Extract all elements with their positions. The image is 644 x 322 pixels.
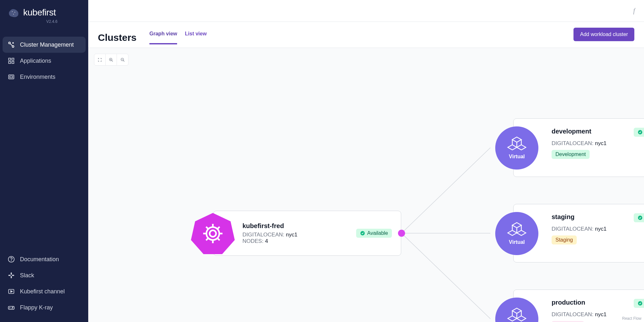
svg-point-0 <box>12 11 13 12</box>
zoom-out-icon <box>120 58 125 62</box>
svg-line-27 <box>112 60 113 61</box>
management-cluster-node[interactable]: kubefirst-fred DIGITALOCEAN: nyc1 NODES:… <box>213 211 401 256</box>
svg-point-5 <box>13 42 14 43</box>
cubes-icon <box>507 136 526 152</box>
sidebar-item-applications[interactable]: Applications <box>3 53 86 69</box>
zoom-in-button[interactable] <box>106 54 117 65</box>
svg-line-31 <box>123 60 124 61</box>
cluster-name: kubefirst-fred <box>242 222 356 230</box>
environment-tag: Staging <box>552 235 577 244</box>
zoom-in-icon <box>109 58 113 62</box>
sidebar: kubefirst V2.4.6 Cluster Management Appl… <box>0 0 88 322</box>
svg-point-1 <box>14 12 15 13</box>
cluster-nodes: NODES: 4 <box>242 238 356 244</box>
sidebar-item-documentation[interactable]: Documentation <box>3 251 86 267</box>
sidebar-item-label: Slack <box>20 272 34 279</box>
check-circle-icon <box>638 130 643 135</box>
cubes-icon <box>507 308 526 322</box>
status-badge: Available <box>634 213 644 222</box>
fit-view-button[interactable] <box>94 54 106 65</box>
svg-rect-8 <box>12 58 14 60</box>
cluster-icon <box>8 41 15 48</box>
sidebar-item-label: Applications <box>20 58 51 64</box>
main: f Clusters Graph view List view Add work… <box>88 0 644 322</box>
logo-text: kubefirst <box>23 7 56 18</box>
svg-rect-7 <box>9 58 11 60</box>
connection-handle[interactable] <box>398 230 405 237</box>
svg-point-4 <box>12 46 14 48</box>
nav-bottom: Documentation Slack Kubefirst channel Fl… <box>3 251 86 316</box>
cluster-provider: DIGITALOCEAN: nyc1 <box>552 140 644 147</box>
svg-line-35 <box>402 233 490 319</box>
nav: Cluster Management Applications Environm… <box>3 37 86 316</box>
check-circle-icon <box>638 215 643 220</box>
svg-rect-11 <box>9 75 14 79</box>
applications-icon <box>8 57 15 64</box>
cluster-provider: DIGITALOCEAN: nyc1 <box>242 232 356 238</box>
sidebar-item-slack[interactable]: Slack <box>3 267 86 283</box>
kubefirst-logo-icon <box>6 6 21 19</box>
check-circle-icon <box>360 231 365 236</box>
svg-rect-18 <box>12 275 14 276</box>
svg-rect-9 <box>9 61 11 63</box>
tab-list-view[interactable]: List view <box>185 31 207 44</box>
svg-marker-36 <box>191 213 235 254</box>
svg-rect-10 <box>12 61 14 63</box>
badge-label: Virtual <box>509 239 525 245</box>
status-badge: Available <box>634 128 644 137</box>
sidebar-item-label: Documentation <box>20 256 59 263</box>
management-badge <box>190 211 235 256</box>
sidebar-item-flappy-kray[interactable]: Flappy K-ray <box>3 299 86 316</box>
svg-point-2 <box>13 14 14 14</box>
cluster-name: staging <box>552 213 574 221</box>
svg-point-14 <box>11 261 12 261</box>
svg-point-24 <box>13 307 13 308</box>
video-icon <box>8 288 15 295</box>
add-workload-cluster-button[interactable]: Add workload cluster <box>573 28 634 41</box>
environments-icon <box>8 73 15 80</box>
version-label: V2.4.6 <box>22 19 82 24</box>
svg-rect-12 <box>10 76 13 78</box>
logo[interactable]: kubefirst <box>6 6 82 19</box>
svg-marker-20 <box>11 290 13 292</box>
cubes-icon <box>507 222 526 238</box>
status-badge: Available <box>356 229 392 238</box>
status-badge: Available <box>634 299 644 308</box>
cluster-provider: DIGITALOCEAN: nyc1 <box>552 226 644 232</box>
workload-cluster-node-development[interactable]: Virtual development Available DIGITALOCE… <box>513 118 644 177</box>
badge-label: Virtual <box>509 154 525 160</box>
react-flow-attribution[interactable]: React Flow <box>622 316 641 321</box>
page-title: Clusters <box>98 32 137 43</box>
topbar: f <box>88 0 644 22</box>
sidebar-item-cluster-management[interactable]: Cluster Management <box>3 37 86 53</box>
check-circle-icon <box>638 301 643 306</box>
svg-rect-16 <box>11 276 12 278</box>
info-icon[interactable]: f <box>633 7 635 14</box>
workload-info: development Available DIGITALOCEAN: nyc1… <box>552 128 644 168</box>
svg-rect-15 <box>11 272 12 275</box>
virtual-badge: Virtual <box>495 126 538 170</box>
sidebar-item-label: Kubefirst channel <box>20 288 65 295</box>
svg-line-6 <box>10 44 12 46</box>
sidebar-item-kubefirst-channel[interactable]: Kubefirst channel <box>3 283 86 299</box>
graph-canvas[interactable]: kubefirst-fred DIGITALOCEAN: nyc1 NODES:… <box>88 48 644 322</box>
tabs: Graph view List view <box>149 31 573 44</box>
sidebar-item-label: Flappy K-ray <box>20 304 53 311</box>
logo-area: kubefirst V2.4.6 <box>3 6 86 30</box>
tab-graph-view[interactable]: Graph view <box>149 31 177 44</box>
header: Clusters Graph view List view Add worklo… <box>88 22 644 48</box>
gear-heptagon-icon <box>190 211 235 256</box>
sidebar-item-environments[interactable]: Environments <box>3 69 86 85</box>
zoom-out-button[interactable] <box>117 54 128 65</box>
management-info: kubefirst-fred DIGITALOCEAN: nyc1 NODES:… <box>242 222 356 244</box>
cluster-name: production <box>552 299 585 306</box>
graph-edges <box>88 48 644 322</box>
virtual-badge: Virtual <box>495 212 538 255</box>
svg-line-33 <box>402 148 490 233</box>
svg-rect-17 <box>8 275 11 276</box>
game-icon <box>8 304 15 311</box>
sidebar-item-label: Cluster Management <box>20 41 74 48</box>
zoom-controls <box>94 54 128 66</box>
svg-point-25 <box>12 308 13 308</box>
workload-cluster-node-staging[interactable]: Virtual staging Available DIGITALOCEAN: … <box>513 204 644 262</box>
